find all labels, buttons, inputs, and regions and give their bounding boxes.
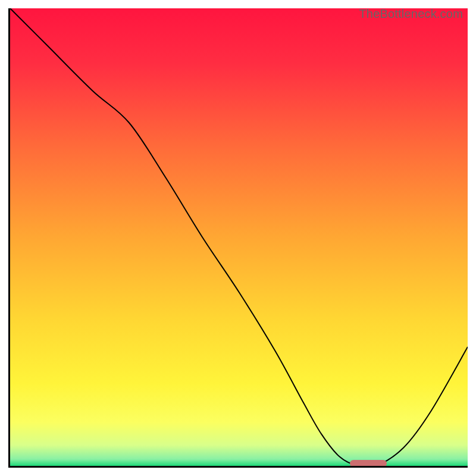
chart-stage: TheBottleneck.com (0, 0, 476, 476)
plot-area: TheBottleneck.com (8, 8, 468, 468)
bottleneck-curve (10, 8, 468, 466)
optimal-marker (350, 460, 387, 467)
watermark-text: TheBottleneck.com (359, 8, 463, 21)
